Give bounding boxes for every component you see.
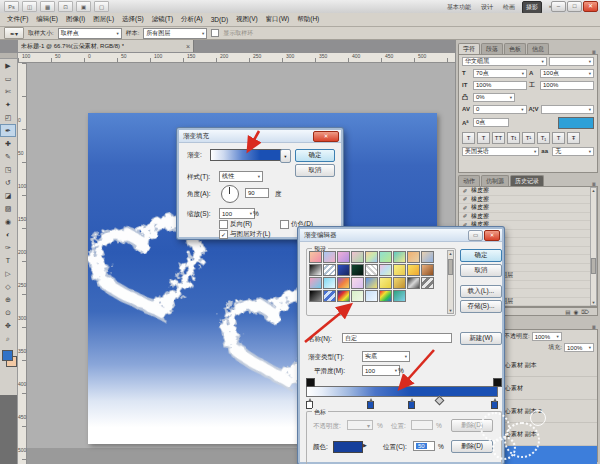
lasso-tool[interactable]: ✄ [0, 85, 16, 98]
tracking-select[interactable]: 0 ▾ [473, 105, 527, 114]
anti-alias-select[interactable]: 无 ▾ [552, 147, 594, 156]
angle-field[interactable]: 90 [245, 188, 269, 198]
proportional-spacing-select[interactable]: 0% ▾ [473, 93, 515, 102]
faux-style-button-1[interactable]: T [477, 132, 490, 144]
leading-select[interactable]: 100点 ▾ [540, 69, 594, 78]
stop-location-field[interactable] [411, 420, 433, 430]
stop-color-swatch[interactable] [333, 441, 363, 453]
gradient-preset-4[interactable] [365, 251, 378, 263]
scale-select[interactable]: 100 ▾ [219, 208, 255, 219]
menu-item-4[interactable]: 选择(S) [119, 14, 147, 25]
scroll-down-icon[interactable]: ▼ [448, 308, 453, 313]
color-stop-3[interactable] [491, 401, 498, 409]
language-select[interactable]: 美国英语 ▾ [462, 147, 539, 156]
move-tool[interactable]: ▶ [0, 59, 16, 72]
load-button[interactable]: 载入(L)... [460, 285, 502, 298]
gradient-preset-31[interactable] [365, 290, 378, 302]
screen-mode-icon[interactable]: ▢ [94, 1, 109, 12]
scroll-up-icon[interactable]: ▲ [591, 188, 596, 193]
crop-tool[interactable]: ◰ [0, 111, 16, 124]
close-button[interactable]: ✕ [583, 1, 598, 12]
shape-tool[interactable]: ◇ [0, 280, 16, 293]
faux-style-button-3[interactable]: Tt [507, 132, 520, 144]
menu-item-9[interactable]: 窗口(W) [263, 14, 292, 25]
gradient-preset-14[interactable] [379, 264, 392, 276]
opacity-field[interactable]: 100% ▾ [532, 332, 562, 341]
faux-style-button-5[interactable]: T₁ [537, 132, 550, 144]
eraser-tool[interactable]: ◪ [0, 189, 16, 202]
color-stop-2[interactable] [408, 401, 415, 409]
gradient-preset-23[interactable] [379, 277, 392, 289]
gradient-preset-19[interactable] [323, 277, 336, 289]
style-select[interactable]: 线性 ▾ [219, 171, 263, 182]
menu-item-1[interactable]: 编辑(E) [33, 14, 61, 25]
foreground-color-swatch[interactable] [2, 350, 13, 361]
zoom-tool[interactable]: ⌕ [0, 332, 16, 345]
menu-item-6[interactable]: 分析(A) [178, 14, 206, 25]
cancel-button[interactable]: 取消 [460, 264, 502, 277]
font-style-select[interactable]: ▾ [549, 57, 594, 66]
maximize-button[interactable]: □ [567, 1, 582, 12]
workspace-button-0[interactable]: 基本功能 [444, 2, 474, 13]
checkbox-checked[interactable]: ✓ [219, 230, 228, 239]
show-sampling-ring-checkbox[interactable] [211, 29, 219, 37]
faux-style-button-6[interactable]: T [552, 132, 565, 144]
clone-stamp-tool[interactable]: ◳ [0, 163, 16, 176]
new-snapshot-icon[interactable]: ◉ [573, 309, 578, 315]
bridge-icon[interactable]: ◫ [22, 1, 37, 12]
gradient-edit-bar[interactable] [306, 386, 498, 397]
gradient-picker-arrow[interactable]: ▾ [280, 149, 291, 163]
horizontal-scale-field[interactable]: 100% [540, 81, 594, 90]
gradient-preset-21[interactable] [351, 277, 364, 289]
menu-item-7[interactable]: 3D(D) [208, 15, 231, 24]
gradient-preset-2[interactable] [337, 251, 350, 263]
stop-opacity-field[interactable]: ▾ [347, 420, 373, 430]
color-menu-arrow-icon[interactable]: ▶ [363, 442, 367, 448]
scrollbar-thumb[interactable] [448, 259, 453, 275]
3d-orbit-tool[interactable]: ⊙ [0, 306, 16, 319]
sample-size-select[interactable]: 取样点 ▾ [58, 28, 122, 39]
color-stop-1[interactable] [367, 401, 374, 409]
view-extras-icon[interactable]: ▦ [40, 1, 55, 12]
cancel-button[interactable]: 取消 [295, 164, 335, 177]
gradient-preset-10[interactable] [323, 264, 336, 276]
faux-style-button-2[interactable]: TT [492, 132, 505, 144]
path-select-tool[interactable]: ▷ [0, 267, 16, 280]
workspace-button-1[interactable]: 设计 [478, 2, 496, 13]
gradient-preset-16[interactable] [407, 264, 420, 276]
gradient-preset-6[interactable] [393, 251, 406, 263]
minimize-button[interactable]: – [551, 1, 566, 12]
hand-tool[interactable]: ✥ [0, 319, 16, 332]
type-tool[interactable]: T [0, 254, 16, 267]
kerning-select[interactable]: ▾ [541, 105, 595, 114]
gradient-preset-24[interactable] [393, 277, 406, 289]
ps-logo[interactable]: Ps [4, 1, 19, 12]
smoothness-select[interactable]: 100 ▾ [362, 365, 400, 376]
help-icon[interactable]: ▭ [468, 230, 483, 241]
gradient-tool[interactable]: ▨ [0, 202, 16, 215]
faux-style-button-7[interactable]: Ŧ [567, 132, 580, 144]
faux-style-button-0[interactable]: T [462, 132, 475, 144]
gradient-preset-0[interactable] [309, 251, 322, 263]
gradient-preset-7[interactable] [407, 251, 420, 263]
gradient-preview[interactable] [210, 149, 282, 161]
gradient-preset-3[interactable] [351, 251, 364, 263]
gradient-preset-13[interactable] [365, 264, 378, 276]
opacity-stop-0[interactable] [306, 378, 315, 387]
gradient-preset-12[interactable] [351, 264, 364, 276]
ok-button[interactable]: 确定 [460, 249, 502, 262]
close-icon[interactable]: ✕ [313, 131, 339, 142]
save-button[interactable]: 存储(S)... [460, 300, 502, 313]
gradient-preset-9[interactable] [309, 264, 322, 276]
menu-item-0[interactable]: 文件(F) [4, 14, 31, 25]
gradient-preset-27[interactable] [309, 290, 322, 302]
baseline-shift-field[interactable]: 0点 [473, 118, 509, 127]
delete-state-icon[interactable]: ⌦ [581, 309, 589, 315]
gradient-preset-15[interactable] [393, 264, 406, 276]
horizontal-ruler[interactable]: 10050050100150200250300350400450500 [18, 53, 455, 63]
fill-field[interactable]: 100% ▾ [564, 343, 594, 352]
sample-select[interactable]: 所有图层 ▾ [143, 28, 207, 39]
font-size-select[interactable]: 70点 ▾ [473, 69, 527, 78]
vertical-scale-field[interactable]: 100% [473, 81, 527, 90]
gradient-preset-18[interactable] [309, 277, 322, 289]
